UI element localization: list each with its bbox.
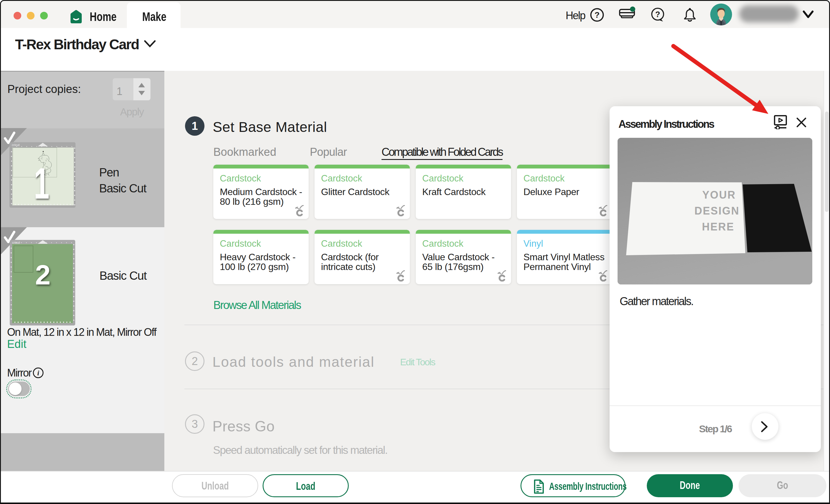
svg-text:HERE: HERE [702, 221, 734, 233]
svg-text:?: ? [595, 10, 600, 20]
svg-text:i: i [37, 369, 39, 377]
svg-text:?: ? [655, 10, 660, 19]
svg-text:YOUR: YOUR [702, 189, 736, 201]
svg-text:DESIGN: DESIGN [694, 205, 739, 217]
